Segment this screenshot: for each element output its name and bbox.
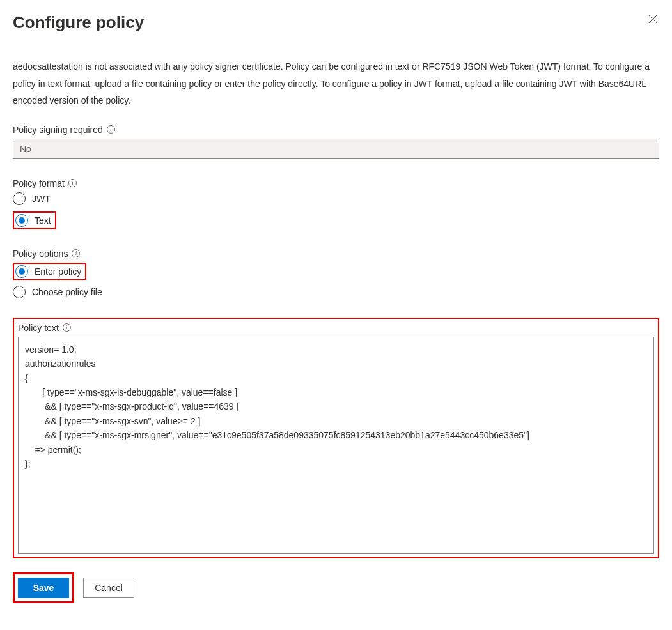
highlight-enter-policy: Enter policy [13,263,86,280]
radio-label: JWT [32,194,51,204]
info-icon[interactable]: i [68,179,77,187]
radio-label: Enter policy [35,266,81,277]
radio-text[interactable]: Text [15,214,51,227]
button-row: Save Cancel [13,572,659,603]
panel-header: Configure policy [13,13,659,33]
cancel-button[interactable]: Cancel [83,578,134,598]
info-icon[interactable]: i [72,249,80,257]
signing-label: Policy signing required [13,125,103,135]
highlight-policy-text: Policy text i [13,318,659,558]
radio-icon [15,214,28,227]
radio-icon [15,265,28,278]
close-icon [648,15,657,24]
highlight-save: Save [13,572,74,603]
radio-label: Text [35,215,51,226]
policy-text-label-row: Policy text i [18,323,654,333]
save-button[interactable]: Save [18,578,69,598]
close-button[interactable] [646,13,659,26]
policy-text-label: Policy text [18,323,59,333]
radio-choose-file[interactable]: Choose policy file [13,286,102,298]
options-field: Policy options i Enter policy Choose pol… [13,249,659,298]
radio-icon [13,286,26,298]
description-text: aedocsattestation is not associated with… [13,58,659,109]
radio-jwt[interactable]: JWT [13,192,51,205]
signing-field: Policy signing required i [13,125,659,159]
format-label: Policy format [13,178,65,188]
radio-icon [13,192,26,205]
info-icon[interactable]: i [107,125,115,134]
signing-value-input [13,139,659,159]
page-title: Configure policy [13,13,144,33]
info-icon[interactable]: i [63,323,71,332]
highlight-text-option: Text [13,211,56,229]
radio-enter-policy[interactable]: Enter policy [15,265,81,278]
format-field: Policy format i JWT Text [13,178,659,229]
options-label-row: Policy options i [13,249,659,259]
options-label: Policy options [13,249,68,259]
format-label-row: Policy format i [13,178,659,188]
policy-text-input[interactable] [18,337,654,554]
radio-label: Choose policy file [32,287,102,297]
signing-label-row: Policy signing required i [13,125,659,135]
